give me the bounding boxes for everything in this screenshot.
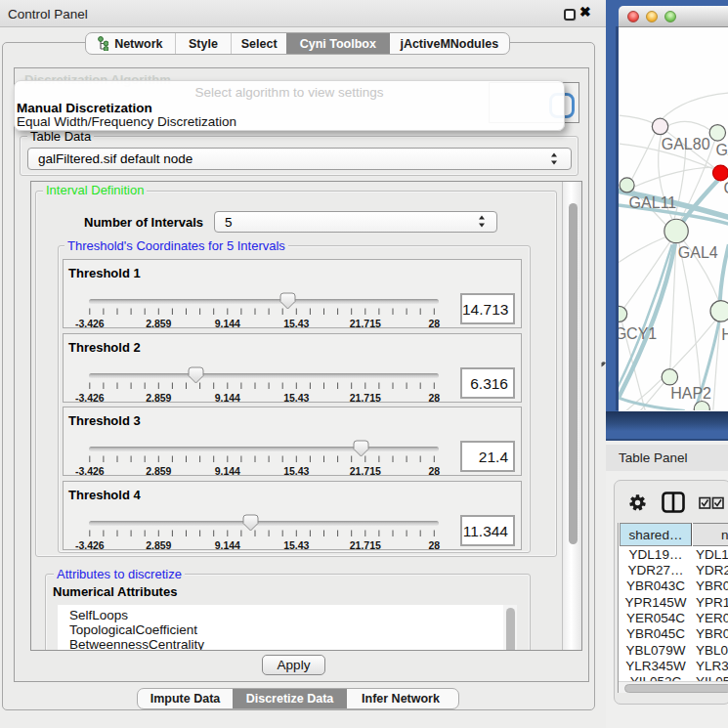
svg-text:GAL4: GAL4: [677, 243, 717, 261]
svg-text:HAP2: HAP2: [670, 384, 711, 402]
svg-text:GA: GA: [715, 141, 728, 158]
svg-text:GCY1: GCY1: [619, 324, 657, 342]
svg-text:GAL11: GAL11: [628, 193, 676, 211]
svg-text:CY: CY: [723, 179, 728, 196]
svg-text:HAP4: HAP4: [721, 325, 728, 343]
svg-text:GAL80: GAL80: [661, 135, 709, 152]
